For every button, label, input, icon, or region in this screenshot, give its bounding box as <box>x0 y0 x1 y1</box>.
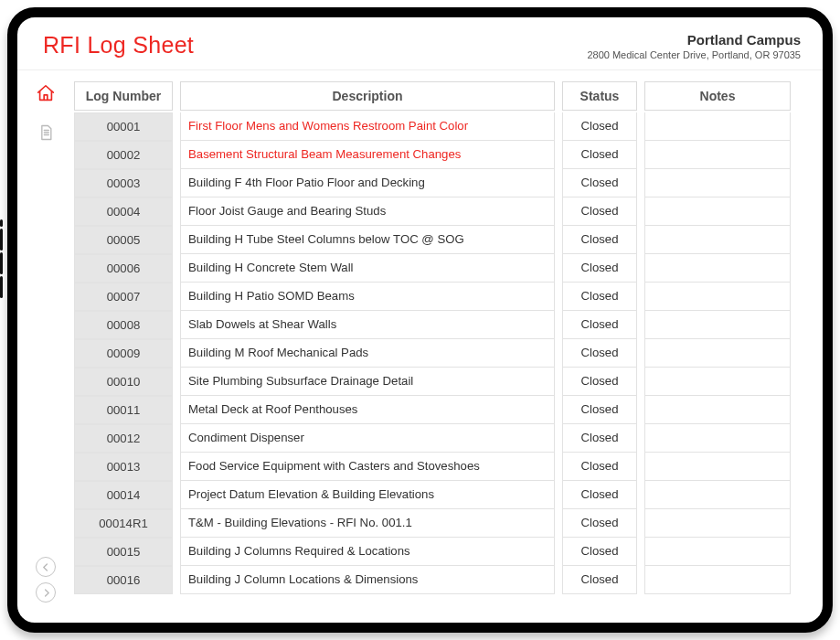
cell-status: Closed <box>562 368 637 396</box>
cell-description: Building H Tube Steel Columns below TOC … <box>180 226 555 254</box>
cell-notes <box>644 424 791 453</box>
cell-status: Closed <box>562 283 637 311</box>
cell-description: Building H Concrete Stem Wall <box>180 254 555 283</box>
cell-notes <box>644 254 791 283</box>
cell-notes <box>644 453 791 481</box>
cell-notes <box>644 112 791 141</box>
cell-description: Building J Column Locations & Dimensions <box>180 566 555 594</box>
page-title: RFI Log Sheet <box>43 32 194 59</box>
cell-description: Site Plumbing Subsurface Drainage Detail <box>180 368 555 396</box>
cell-log-number: 00002 <box>74 141 173 169</box>
cell-status: Closed <box>562 339 637 368</box>
prev-button[interactable] <box>36 557 56 577</box>
cell-notes <box>644 538 791 566</box>
cell-notes <box>644 481 791 509</box>
cell-notes <box>644 566 791 594</box>
cell-log-number: 00011 <box>74 396 173 424</box>
cell-log-number: 00001 <box>74 112 173 141</box>
cell-log-number: 00009 <box>74 339 173 368</box>
cell-log-number: 00006 <box>74 254 173 283</box>
next-button[interactable] <box>36 582 56 603</box>
cell-description: Building M Roof Mechanical Pads <box>180 339 555 368</box>
cell-status: Closed <box>562 254 637 283</box>
document-icon[interactable] <box>37 123 55 145</box>
col-log-number: Log Number <box>74 81 173 111</box>
cell-description[interactable]: Basement Structural Beam Measurement Cha… <box>180 141 555 169</box>
rfi-log-table: Log Number Description Status Notes 0000… <box>74 81 806 594</box>
cell-description: Food Service Equipment with Casters and … <box>180 453 555 481</box>
cell-status: Closed <box>562 226 637 254</box>
cell-log-number: 00005 <box>74 226 173 254</box>
cell-log-number: 00007 <box>74 283 173 311</box>
cell-log-number: 00015 <box>74 538 173 566</box>
sidebar <box>17 70 74 612</box>
cell-description: Building F 4th Floor Patio Floor and Dec… <box>180 169 555 197</box>
cell-notes <box>644 339 791 368</box>
tablet-hardware-buttons <box>0 219 3 298</box>
cell-log-number: 00016 <box>74 566 173 594</box>
cell-description: Project Datum Elevation & Building Eleva… <box>180 481 555 509</box>
cell-status: Closed <box>562 112 637 141</box>
cell-notes <box>644 169 791 197</box>
cell-description[interactable]: First Floor Mens and Womens Restroom Pai… <box>180 112 555 141</box>
col-description: Description <box>180 81 555 111</box>
cell-status: Closed <box>562 169 637 197</box>
campus-address: 2800 Medical Center Drive, Portland, OR … <box>587 49 801 60</box>
cell-log-number: 00008 <box>74 311 173 339</box>
cell-description: Floor Joist Gauge and Bearing Studs <box>180 197 555 226</box>
cell-description: Building H Patio SOMD Beams <box>180 283 555 311</box>
cell-log-number: 00013 <box>74 453 173 481</box>
cell-status: Closed <box>562 453 637 481</box>
cell-description: T&M - Building Elevations - RFI No. 001.… <box>180 509 555 538</box>
cell-notes <box>644 197 791 226</box>
cell-description: Building J Columns Required & Locations <box>180 538 555 566</box>
cell-log-number: 00012 <box>74 424 173 453</box>
cell-status: Closed <box>562 424 637 453</box>
cell-status: Closed <box>562 538 637 566</box>
campus-name: Portland Campus <box>587 32 801 48</box>
cell-status: Closed <box>562 481 637 509</box>
cell-log-number: 00014 <box>74 481 173 509</box>
cell-log-number: 00014R1 <box>74 509 173 538</box>
cell-notes <box>644 226 791 254</box>
tablet-frame: RFI Log Sheet Portland Campus 2800 Medic… <box>7 7 833 633</box>
cell-notes <box>644 396 791 424</box>
home-icon[interactable] <box>36 83 56 107</box>
col-status: Status <box>562 81 637 111</box>
cell-status: Closed <box>562 509 637 538</box>
cell-notes <box>644 283 791 311</box>
cell-status: Closed <box>562 197 637 226</box>
header-right: Portland Campus 2800 Medical Center Driv… <box>587 32 801 60</box>
cell-status: Closed <box>562 311 637 339</box>
cell-log-number: 00003 <box>74 169 173 197</box>
cell-log-number: 00004 <box>74 197 173 226</box>
header: RFI Log Sheet Portland Campus 2800 Medic… <box>17 17 823 70</box>
cell-status: Closed <box>562 566 637 594</box>
cell-status: Closed <box>562 396 637 424</box>
cell-notes <box>644 368 791 396</box>
cell-notes <box>644 509 791 538</box>
nav-bottom <box>17 557 74 603</box>
cell-description: Condiment Dispenser <box>180 424 555 453</box>
cell-description: Slab Dowels at Shear Walls <box>180 311 555 339</box>
cell-notes <box>644 311 791 339</box>
col-notes: Notes <box>644 81 791 111</box>
content-area: Log Number Description Status Notes 0000… <box>74 70 823 612</box>
cell-log-number: 00010 <box>74 368 173 396</box>
cell-status: Closed <box>562 141 637 169</box>
cell-description: Metal Deck at Roof Penthouses <box>180 396 555 424</box>
cell-notes <box>644 141 791 169</box>
